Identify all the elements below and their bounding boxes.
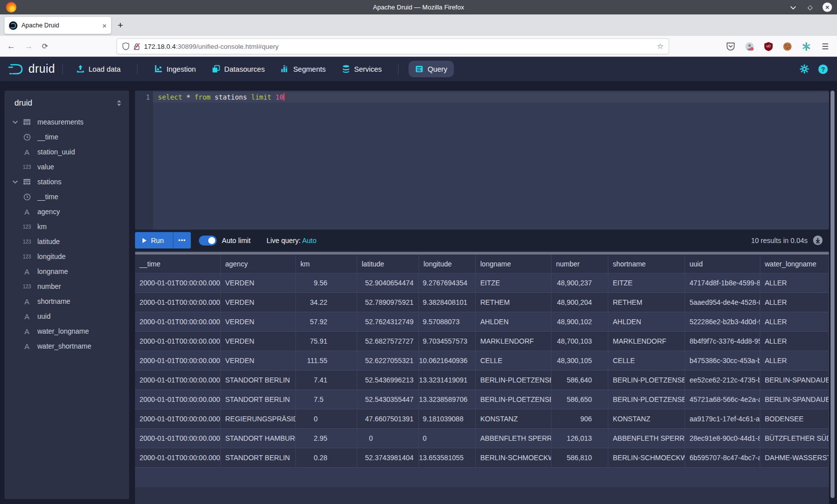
table-cell[interactable]: 7.41 — [296, 371, 357, 390]
table-cell[interactable]: 9.7034557573 — [419, 332, 476, 351]
table-cell[interactable]: VERDEN — [221, 273, 296, 293]
table-cell[interactable]: 111.55 — [296, 351, 357, 371]
table-cell[interactable]: 126,013 — [552, 429, 608, 448]
table-cell[interactable]: 2000-01-01T00:00:00.000Z — [135, 429, 221, 448]
table-cell[interactable]: 6b595707-8c47-4bc7-a8 — [685, 448, 760, 468]
table-cell[interactable]: 7.50 — [296, 390, 357, 409]
table-cell[interactable]: aa9179c1-17ef-4c61-a48 — [685, 409, 760, 429]
table-cell[interactable]: AHLDEN — [476, 312, 552, 332]
table-cell[interactable]: BERLIN-PLOETZENSEE UW — [608, 390, 685, 409]
live-query-value[interactable]: Auto — [302, 237, 316, 245]
table-cell[interactable]: RETHEM — [608, 293, 685, 312]
table-cell[interactable]: 0.0000000000 — [357, 429, 419, 448]
table-cell[interactable]: 48,300,105 — [552, 351, 608, 371]
tree-column-water_longname[interactable]: Awater_longname — [4, 324, 129, 339]
table-cell[interactable]: 9.56 — [296, 273, 357, 293]
table-cell[interactable]: 47.6607501391 — [357, 409, 419, 429]
table-cell[interactable]: BERLIN-SCHMOECKWITZ — [608, 448, 685, 468]
table-cell[interactable]: 586,640 — [552, 371, 608, 390]
table-cell[interactable]: 13.6535810550 — [419, 448, 476, 468]
table-cell[interactable]: 52.6827572727 — [357, 332, 419, 351]
auto-limit-toggle[interactable] — [199, 236, 217, 246]
account-icon[interactable]: x — [745, 42, 754, 51]
table-cell[interactable]: 10.0621640936 — [419, 351, 476, 371]
table-cell[interactable]: VERDEN — [221, 312, 296, 332]
live-query-label[interactable]: Live query: Auto — [267, 237, 316, 245]
download-icon[interactable] — [813, 235, 823, 246]
tree-column-number[interactable]: 123number — [4, 279, 129, 294]
table-cell[interactable]: 586,650 — [552, 390, 608, 409]
tree-column-value[interactable]: 123value — [4, 159, 129, 174]
nav-item-datasources[interactable]: Datasources — [205, 61, 271, 77]
column-header-number[interactable]: number — [552, 255, 608, 273]
table-cell[interactable]: MARKLENDORF — [476, 332, 552, 351]
table-cell[interactable]: 586,810 — [552, 448, 608, 468]
table-cell[interactable]: 9.3828408101 — [419, 293, 476, 312]
table-cell[interactable]: 52.7890975921 — [357, 293, 419, 312]
table-cell[interactable]: 2000-01-01T00:00:00.000Z — [135, 390, 221, 409]
table-cell[interactable]: KONSTANZ — [476, 409, 552, 429]
table-cell[interactable]: 57.92 — [296, 312, 357, 332]
table-cell[interactable]: 0.0000000000 — [419, 429, 476, 448]
table-cell[interactable]: 52.7624312749 — [357, 312, 419, 332]
table-cell[interactable]: AHLDEN — [608, 312, 685, 332]
table-cell[interactable]: ABBENFLETH SPERRWERK — [476, 429, 552, 448]
table-cell[interactable]: 34.22 — [296, 293, 357, 312]
tab-apache-druid[interactable]: Apache Druid × — [4, 17, 111, 34]
new-tab-button[interactable]: + — [118, 20, 123, 30]
table-cell[interactable]: 2000-01-01T00:00:00.000Z — [135, 448, 221, 468]
table-cell[interactable]: ABBENFLETH SPERRWERK — [608, 429, 685, 448]
table-cell[interactable]: 9.1810390880 — [419, 409, 476, 429]
nav-item-query[interactable]: Query — [409, 61, 454, 77]
bookmark-star-icon[interactable]: ☆ — [657, 42, 664, 51]
help-icon[interactable]: ? — [818, 64, 828, 74]
run-more-button[interactable]: ••• — [173, 232, 191, 249]
tree-column-km[interactable]: 123km — [4, 219, 129, 234]
table-cell[interactable]: 522286e2-b2b3-4d0d-9a — [685, 312, 760, 332]
table-cell[interactable]: BERLIN-SCHMOECKWITZ — [476, 448, 552, 468]
url-bar[interactable]: 172.18.0.4:30899/unified-console.html#qu… — [117, 38, 669, 54]
table-cell[interactable]: 28ec91e8-90c0-44d1-8f0 — [685, 429, 760, 448]
table-cell[interactable]: 0.00 — [296, 409, 357, 429]
table-cell[interactable]: 52.5430355447 — [357, 390, 419, 409]
table-cell[interactable]: VERDEN — [221, 293, 296, 312]
table-cell[interactable]: ALLER — [760, 351, 829, 371]
table-cell[interactable]: VERDEN — [221, 332, 296, 351]
table-cell[interactable]: 0.28 — [296, 448, 357, 468]
table-cell[interactable]: MARKLENDORF — [608, 332, 685, 351]
run-button[interactable]: Run — [135, 232, 173, 249]
table-cell[interactable]: 2000-01-01T00:00:00.000Z — [135, 293, 221, 312]
table-cell[interactable]: 13.3238589706 — [419, 390, 476, 409]
tree-column-__time[interactable]: __time — [4, 129, 129, 144]
table-cell[interactable]: STANDORT BERLIN — [221, 448, 296, 468]
back-icon[interactable]: ← — [7, 41, 15, 51]
table-cell[interactable]: 13.3231419091 — [419, 371, 476, 390]
table-cell[interactable]: ALLER — [760, 293, 829, 312]
table-cell[interactable]: BERLIN-PLOETZENSEE OW — [476, 371, 552, 390]
vertical-scrollbar[interactable] — [831, 91, 835, 498]
tree-column-shortname[interactable]: Ashortname — [4, 294, 129, 309]
nav-item-ingestion[interactable]: Ingestion — [147, 61, 202, 77]
tree-column-uuid[interactable]: Auuid — [4, 309, 129, 324]
forward-icon[interactable]: → — [24, 41, 33, 51]
query-editor[interactable]: 1 select * from stations limit 10 — [135, 91, 829, 230]
table-cell[interactable]: 906 — [552, 409, 608, 429]
table-cell[interactable]: 9.5708807300 — [419, 312, 476, 332]
table-cell[interactable]: 75.91 — [296, 332, 357, 351]
results-top-scrollbar[interactable] — [135, 251, 829, 255]
table-cell[interactable]: ALLER — [760, 273, 829, 293]
caret-down-icon[interactable] — [9, 121, 20, 124]
table-cell[interactable]: 5aaed954-de4e-4528-8f — [685, 293, 760, 312]
table-cell[interactable]: 8b4f9f7c-3376-4dd8-95c — [685, 332, 760, 351]
table-cell[interactable]: 48,900,204 — [552, 293, 608, 312]
table-cell[interactable]: CELLE — [608, 351, 685, 371]
column-header-longitude[interactable]: longitude — [419, 255, 476, 273]
table-cell[interactable]: EITZE — [476, 273, 552, 293]
table-cell[interactable]: 9.2767694354 — [419, 273, 476, 293]
table-cell[interactable]: 2000-01-01T00:00:00.000Z — [135, 371, 221, 390]
column-header-__time[interactable]: __time — [135, 255, 221, 273]
table-cell[interactable]: STANDORT BERLIN — [221, 390, 296, 409]
cookie-icon[interactable] — [783, 42, 792, 51]
table-cell[interactable]: 48,900,102 — [552, 312, 608, 332]
reload-icon[interactable]: ⟳ — [42, 42, 48, 51]
